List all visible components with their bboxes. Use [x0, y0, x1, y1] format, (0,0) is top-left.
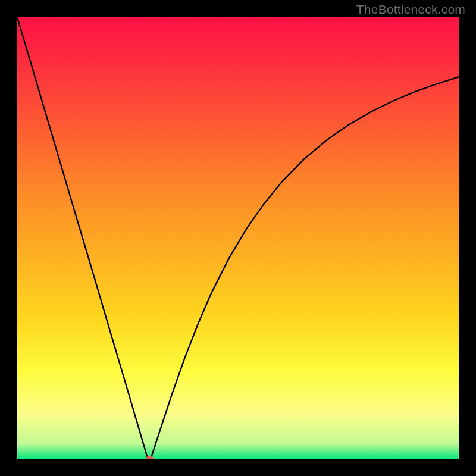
watermark-text: TheBottleneck.com: [356, 2, 465, 17]
plot-area: [17, 17, 459, 459]
gradient-background: [17, 17, 459, 459]
chart-svg: [17, 17, 459, 459]
chart-frame: TheBottleneck.com: [0, 0, 476, 476]
